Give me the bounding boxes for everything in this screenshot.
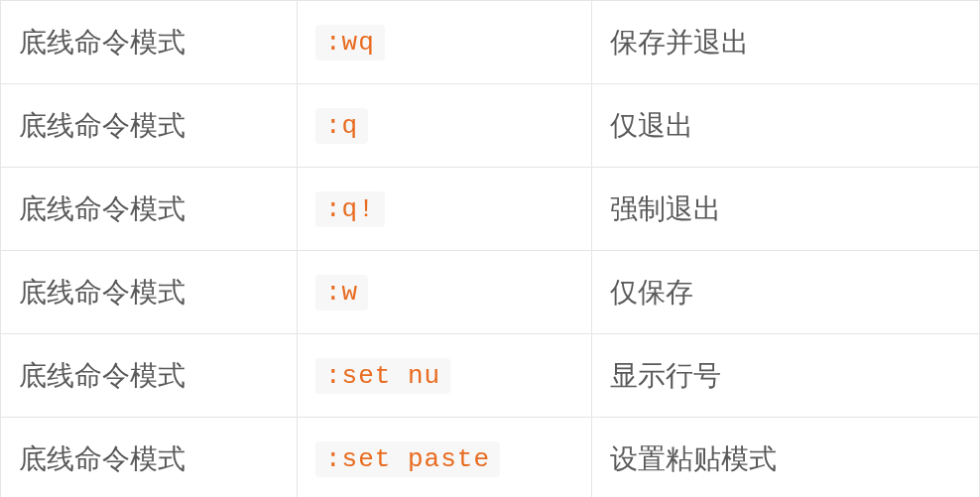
command-code: :wq xyxy=(315,25,385,61)
cell-mode: 底线命令模式 xyxy=(1,418,298,498)
cell-command: :wq xyxy=(298,1,592,84)
table-row: 底线命令模式 :q 仅退出 xyxy=(1,84,980,168)
command-code: :set nu xyxy=(315,358,450,394)
cell-mode: 底线命令模式 xyxy=(1,334,298,418)
cell-command: :set paste xyxy=(298,418,592,498)
cell-command: :w xyxy=(298,251,592,334)
table-row: 底线命令模式 :set paste 设置粘贴模式 xyxy=(1,418,980,498)
cell-description: 设置粘贴模式 xyxy=(592,418,980,498)
command-code: :set paste xyxy=(315,441,500,477)
table-row: 底线命令模式 :set nu 显示行号 xyxy=(1,334,980,418)
cell-mode: 底线命令模式 xyxy=(1,168,298,251)
cell-description: 强制退出 xyxy=(592,168,980,251)
cell-mode: 底线命令模式 xyxy=(1,84,298,168)
table-row: 底线命令模式 :w 仅保存 xyxy=(1,251,980,334)
cell-description: 仅保存 xyxy=(592,251,980,334)
cell-description: 显示行号 xyxy=(592,334,980,418)
command-code: :q xyxy=(315,108,368,144)
vim-command-table: 底线命令模式 :wq 保存并退出 底线命令模式 :q 仅退出 底线命令模式 :q… xyxy=(0,0,980,497)
cell-command: :q! xyxy=(298,168,592,251)
cell-description: 保存并退出 xyxy=(592,1,980,84)
command-code: :q! xyxy=(315,191,385,227)
command-code: :w xyxy=(315,275,368,311)
cell-description: 仅退出 xyxy=(592,84,980,168)
cell-mode: 底线命令模式 xyxy=(1,1,298,84)
cell-command: :set nu xyxy=(298,334,592,418)
table-row: 底线命令模式 :wq 保存并退出 xyxy=(1,1,980,84)
cell-command: :q xyxy=(298,84,592,168)
cell-mode: 底线命令模式 xyxy=(1,251,298,334)
table-row: 底线命令模式 :q! 强制退出 xyxy=(1,168,980,251)
